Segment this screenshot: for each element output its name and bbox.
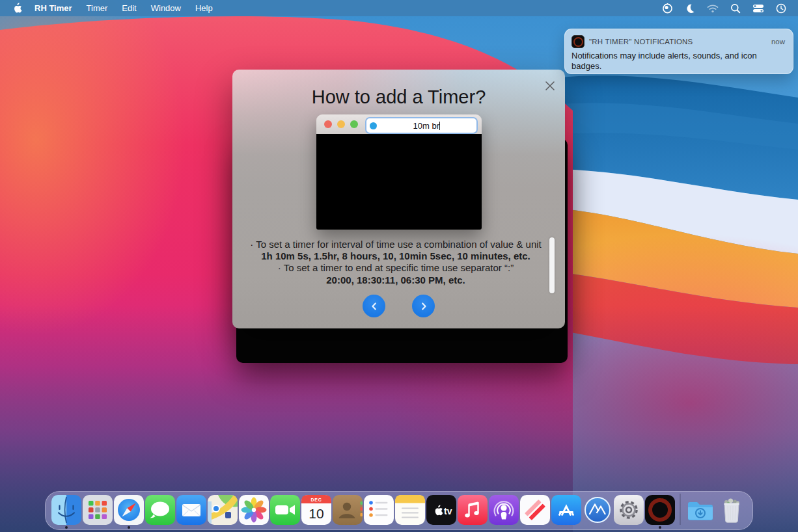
- mini-window-content: [316, 134, 482, 230]
- menu-item-help[interactable]: Help: [188, 0, 220, 16]
- dock-system-preferences[interactable]: [614, 495, 644, 525]
- timer-input-value: 10m br: [413, 121, 439, 131]
- dock-contacts[interactable]: [333, 495, 363, 525]
- dock-downloads-folder[interactable]: [685, 495, 715, 525]
- dock-notes[interactable]: [395, 495, 425, 525]
- do-not-disturb-moon-icon[interactable]: [685, 3, 695, 14]
- calendar-day-label: 10: [309, 506, 323, 521]
- next-button[interactable]: [412, 295, 435, 317]
- dock-launchpad[interactable]: [83, 495, 113, 525]
- dock-apple-tv[interactable]: tv: [426, 495, 456, 525]
- dock-rh-timer[interactable]: [645, 495, 675, 525]
- notification-title: "RH TIMER" NOTIFICATIONS: [589, 38, 693, 46]
- timer-text-input[interactable]: 10m br: [365, 117, 478, 134]
- menu-bar: RH Timer Timer Edit Window Help: [0, 0, 798, 16]
- spotlight-search-icon[interactable]: [730, 3, 741, 14]
- wifi-icon[interactable]: [707, 4, 719, 13]
- apple-menu-icon[interactable]: [0, 3, 27, 14]
- mini-timer-window: 10m br: [316, 114, 482, 230]
- dock-reminders[interactable]: [364, 495, 394, 525]
- chevron-left-icon: [370, 302, 379, 311]
- text-caret: [439, 122, 441, 130]
- calendar-month-label: DEC: [310, 498, 322, 502]
- scrollbar-thumb[interactable]: [549, 237, 555, 293]
- timer-dot-icon: [370, 122, 377, 129]
- timer-progress-icon[interactable]: [662, 3, 673, 14]
- tv-label: tv: [444, 506, 452, 516]
- menu-item-timer[interactable]: Timer: [79, 0, 115, 16]
- notification-time: now: [771, 38, 785, 46]
- dock-facetime[interactable]: [270, 495, 300, 525]
- dock-maps[interactable]: [208, 495, 238, 525]
- dock-photos[interactable]: [239, 495, 269, 525]
- instructions-text: · To set a timer for interval of time us…: [240, 239, 551, 286]
- instruction-line: · To set a timer to end at specific time…: [240, 262, 551, 274]
- minimize-traffic-light[interactable]: [337, 120, 345, 128]
- dock-music[interactable]: [458, 495, 488, 525]
- menu-item-window[interactable]: Window: [144, 0, 188, 16]
- clock-icon[interactable]: [776, 3, 786, 14]
- notification-body: Notifications may include alerts, sounds…: [571, 51, 785, 72]
- instruction-line: 1h 10m 5s, 1.5hr, 8 hours, 10, 10min 5se…: [240, 250, 551, 262]
- dock-app-store[interactable]: [551, 495, 581, 525]
- running-indicator: [128, 526, 130, 529]
- dock-calendar[interactable]: DEC10: [301, 495, 331, 525]
- menu-item-edit[interactable]: Edit: [115, 0, 143, 16]
- previous-button[interactable]: [363, 295, 385, 317]
- dock-app-cleaner[interactable]: [583, 495, 612, 525]
- menu-item-app[interactable]: RH Timer: [27, 0, 79, 16]
- dock: DEC10 tv: [45, 491, 753, 530]
- instruction-line: 20:00, 18:30:11, 06:30 PM, etc.: [240, 274, 551, 286]
- dock-separator: [680, 494, 681, 525]
- notification-banner[interactable]: "RH TIMER" NOTIFICATIONS now Notificatio…: [564, 29, 793, 74]
- rh-timer-app-icon: [571, 35, 585, 48]
- how-to-add-timer-dialog: How to add a Timer? 10m br · To set a ti…: [232, 70, 565, 328]
- dock-messages[interactable]: [145, 495, 175, 525]
- dock-news[interactable]: [520, 495, 550, 525]
- instruction-line: · To set a timer for interval of time us…: [240, 239, 551, 250]
- dock-trash[interactable]: [717, 495, 747, 525]
- chevron-right-icon: [419, 302, 428, 311]
- close-traffic-light[interactable]: [324, 120, 332, 128]
- close-icon[interactable]: [544, 80, 556, 92]
- dock-finder[interactable]: [51, 495, 81, 525]
- zoom-traffic-light[interactable]: [350, 120, 358, 128]
- dock-safari[interactable]: [114, 495, 144, 525]
- running-indicator: [659, 526, 661, 529]
- dock-podcasts[interactable]: [489, 495, 519, 525]
- dialog-title: How to add a Timer?: [232, 86, 565, 108]
- mini-window-titlebar: 10m br: [316, 114, 482, 134]
- dock-mail[interactable]: [176, 495, 206, 525]
- control-center-icon[interactable]: [752, 4, 764, 13]
- running-indicator: [65, 526, 68, 529]
